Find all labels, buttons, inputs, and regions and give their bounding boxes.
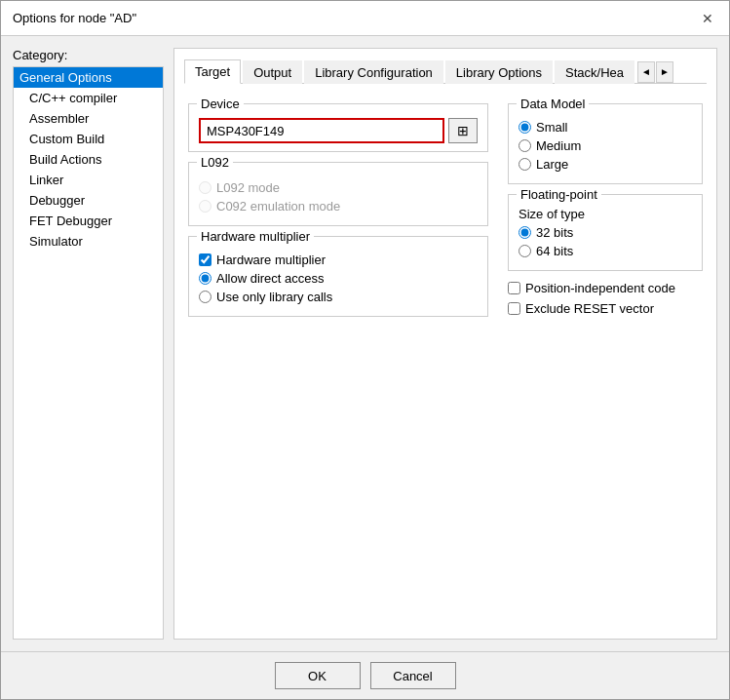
tab-output[interactable]: Output xyxy=(243,60,302,84)
hw-multiplier-legend: Hardware multiplier xyxy=(197,229,314,244)
category-label: Category: xyxy=(13,48,164,62)
data-model-small-label: Small xyxy=(536,120,568,135)
fp-32-label: 32 bits xyxy=(536,225,573,240)
title-bar: Options for node "AD" ✕ xyxy=(1,1,729,36)
tab-scroll-right[interactable]: ► xyxy=(656,61,673,83)
library-calls-radio[interactable] xyxy=(199,291,211,303)
position-independent-checkbox[interactable] xyxy=(508,282,520,294)
library-calls-label: Use only library calls xyxy=(216,290,332,304)
sidebar-item-fet-debugger[interactable]: FET Debugger xyxy=(14,211,163,231)
hw-multiplier-checkbox-row: Hardware multiplier xyxy=(199,253,478,267)
position-independent-label: Position-independent code xyxy=(525,281,675,295)
exclude-reset-row: Exclude RESET vector xyxy=(508,301,703,316)
data-model-large-label: Large xyxy=(536,157,568,172)
c092-emulation-radio[interactable] xyxy=(199,200,211,213)
ok-button[interactable]: OK xyxy=(275,662,361,689)
cancel-button[interactable]: Cancel xyxy=(370,662,456,689)
exclude-reset-checkbox[interactable] xyxy=(508,302,520,315)
data-model-legend: Data Model xyxy=(517,97,589,111)
dialog-title: Options for node "AD" xyxy=(13,11,136,25)
l092-mode-option: L092 mode xyxy=(199,180,478,195)
l092-mode-radio[interactable] xyxy=(199,181,211,194)
left-column: Device ⊞ L092 xyxy=(188,96,488,327)
data-model-large-option: Large xyxy=(519,157,692,172)
fp-64-label: 64 bits xyxy=(536,244,573,258)
hw-multiplier-section: Hardware multiplier Hardware multiplier … xyxy=(188,236,488,317)
tab-content-target: Device ⊞ L092 xyxy=(184,96,707,629)
tabs-bar: Target Output Library Configuration Libr… xyxy=(184,58,707,84)
right-column: Data Model Small Medium xyxy=(508,96,703,327)
c092-emulation-option: C092 emulation mode xyxy=(199,199,478,214)
l092-legend: L092 xyxy=(197,155,233,170)
options-dialog: Options for node "AD" ✕ Category: Genera… xyxy=(0,0,730,700)
fp-64-option: 64 bits xyxy=(519,244,692,258)
tab-scroll-left[interactable]: ◄ xyxy=(637,61,655,83)
data-model-section: Data Model Small Medium xyxy=(508,103,703,184)
allow-direct-radio[interactable] xyxy=(199,272,211,285)
dialog-footer: OK Cancel xyxy=(1,651,729,699)
allow-direct-label: Allow direct access xyxy=(216,271,325,286)
fp-32-radio[interactable] xyxy=(519,226,531,239)
data-model-medium-label: Medium xyxy=(536,138,581,153)
fp-64-radio[interactable] xyxy=(519,245,531,257)
device-input[interactable] xyxy=(199,118,444,143)
l092-section: L092 L092 mode C092 emulation mode xyxy=(188,162,488,226)
device-section: Device ⊞ xyxy=(188,103,488,152)
sidebar-item-cpp-compiler[interactable]: C/C++ compiler xyxy=(14,88,163,108)
position-independent-row: Position-independent code xyxy=(508,281,703,295)
close-button[interactable]: ✕ xyxy=(698,9,717,28)
hw-multiplier-checkbox[interactable] xyxy=(199,253,211,266)
exclude-reset-label: Exclude RESET vector xyxy=(525,301,654,316)
tab-stack-heap[interactable]: Stack/Hea xyxy=(555,60,634,84)
sidebar-item-simulator[interactable]: Simulator xyxy=(14,231,163,252)
c092-emulation-label: C092 emulation mode xyxy=(216,199,340,214)
data-model-large-radio[interactable] xyxy=(519,158,531,171)
data-model-medium-radio[interactable] xyxy=(519,139,531,152)
sidebar-item-debugger[interactable]: Debugger xyxy=(14,190,163,211)
sidebar-list: General Options C/C++ compiler Assembler… xyxy=(13,66,164,640)
device-legend: Device xyxy=(197,97,244,111)
content-area: Target Output Library Configuration Libr… xyxy=(173,48,717,640)
sidebar: Category: General Options C/C++ compiler… xyxy=(13,48,164,640)
sidebar-item-general-options[interactable]: General Options xyxy=(14,67,163,88)
tab-library-options[interactable]: Library Options xyxy=(445,60,553,84)
device-row: ⊞ xyxy=(199,118,478,143)
size-of-type-label: Size of type xyxy=(519,207,692,221)
fp-32-option: 32 bits xyxy=(519,225,692,240)
dialog-body: Category: General Options C/C++ compiler… xyxy=(1,36,729,651)
data-model-small-option: Small xyxy=(519,120,692,135)
data-model-medium-option: Medium xyxy=(519,138,692,153)
main-section-row: Device ⊞ L092 xyxy=(188,96,703,327)
hw-multiplier-label: Hardware multiplier xyxy=(216,253,326,267)
sidebar-item-build-actions[interactable]: Build Actions xyxy=(14,149,163,170)
library-calls-option: Use only library calls xyxy=(199,290,478,304)
sidebar-item-linker[interactable]: Linker xyxy=(14,170,163,190)
data-model-small-radio[interactable] xyxy=(519,121,531,134)
floating-point-legend: Floating-point xyxy=(517,187,601,202)
tab-target[interactable]: Target xyxy=(184,59,241,84)
sidebar-item-custom-build[interactable]: Custom Build xyxy=(14,129,163,149)
tab-library-config[interactable]: Library Configuration xyxy=(304,60,443,84)
floating-point-section: Floating-point Size of type 32 bits 64 b… xyxy=(508,194,703,271)
device-select-icon: ⊞ xyxy=(457,123,469,138)
allow-direct-option: Allow direct access xyxy=(199,271,478,286)
sidebar-item-assembler[interactable]: Assembler xyxy=(14,108,163,129)
l092-mode-label: L092 mode xyxy=(216,180,280,195)
device-select-button[interactable]: ⊞ xyxy=(448,118,478,143)
